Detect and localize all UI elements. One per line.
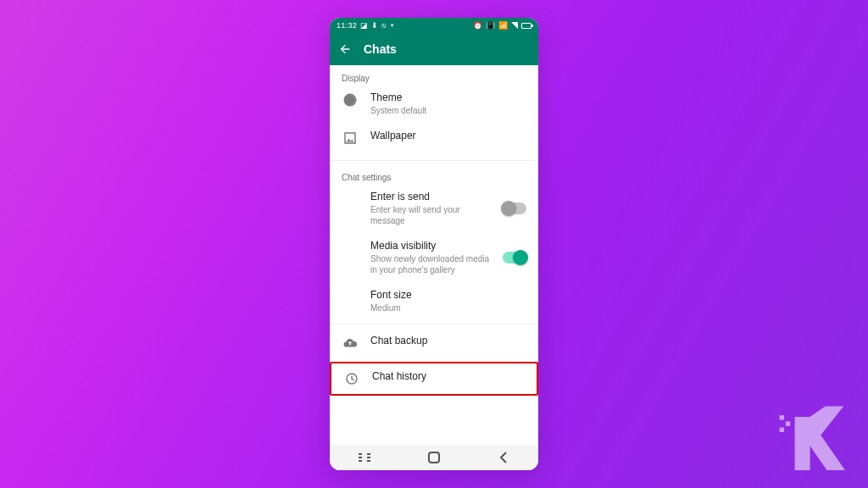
- back-icon[interactable]: [338, 42, 352, 56]
- status-signal-icon: [511, 22, 518, 29]
- svg-rect-7: [429, 452, 439, 463]
- media-visibility-subtitle: Show newly downloaded media in your phon…: [370, 253, 491, 275]
- enter-is-send-title: Enter is send: [370, 191, 491, 202]
- section-header-chat-settings: Chat settings: [330, 164, 538, 184]
- status-vibrate-icon: 📳: [486, 21, 495, 30]
- status-alarm-icon: ⏰: [473, 21, 482, 30]
- media-visibility-toggle[interactable]: [503, 252, 526, 263]
- status-bar: 11:32 ◪ ⬇ ⎋ ⏰ 📳 📶: [330, 18, 538, 33]
- status-usb-icon: ⎋: [381, 21, 386, 30]
- status-time: 11:32: [337, 21, 357, 30]
- recents-button[interactable]: [355, 448, 374, 467]
- row-font-size[interactable]: Font size Medium: [330, 282, 538, 320]
- svg-rect-9: [786, 421, 790, 425]
- section-header-display: Display: [330, 65, 538, 85]
- enter-is-send-subtitle: Enter key will send your message: [370, 204, 491, 226]
- enter-is-send-toggle[interactable]: [503, 202, 526, 214]
- settings-content: Display Theme System default Wallpaper C…: [330, 65, 538, 445]
- wallpaper-title: Wallpaper: [370, 130, 526, 141]
- app-bar: Chats: [330, 33, 538, 65]
- home-button[interactable]: [425, 448, 443, 467]
- phone-frame: 11:32 ◪ ⬇ ⎋ ⏰ 📳 📶 Chats Display Them: [330, 18, 538, 470]
- svg-rect-10: [780, 428, 784, 432]
- status-battery-icon: [521, 23, 531, 29]
- row-enter-is-send[interactable]: Enter is send Enter key will send your m…: [330, 184, 538, 233]
- history-icon: [343, 370, 360, 387]
- page-title: Chats: [364, 42, 397, 56]
- theme-icon: [342, 92, 359, 108]
- watermark-k-icon: [776, 402, 853, 478]
- row-chat-history[interactable]: Chat history: [330, 362, 538, 396]
- divider: [330, 160, 538, 161]
- theme-title: Theme: [370, 92, 526, 103]
- status-wifi-icon: 📶: [498, 21, 508, 30]
- row-theme[interactable]: Theme System default: [330, 85, 538, 123]
- theme-subtitle: System default: [370, 105, 526, 116]
- row-chat-backup[interactable]: Chat backup: [330, 328, 538, 362]
- chat-backup-title: Chat backup: [370, 335, 526, 347]
- font-size-title: Font size: [370, 289, 526, 301]
- chat-history-title: Chat history: [372, 370, 525, 382]
- row-wallpaper[interactable]: Wallpaper: [330, 123, 538, 157]
- media-visibility-title: Media visibility: [370, 240, 491, 252]
- divider: [330, 324, 538, 324]
- android-nav-bar: [330, 445, 538, 470]
- status-more-icon: [389, 21, 393, 30]
- row-media-visibility[interactable]: Media visibility Show newly downloaded m…: [330, 233, 538, 282]
- font-size-subtitle: Medium: [370, 302, 526, 313]
- status-nfc-icon: ◪: [360, 21, 368, 30]
- status-download-icon: ⬇: [371, 21, 378, 30]
- svg-rect-8: [780, 415, 784, 419]
- wallpaper-icon: [342, 130, 359, 147]
- back-nav-button[interactable]: [494, 448, 513, 467]
- cloud-upload-icon: [342, 335, 359, 352]
